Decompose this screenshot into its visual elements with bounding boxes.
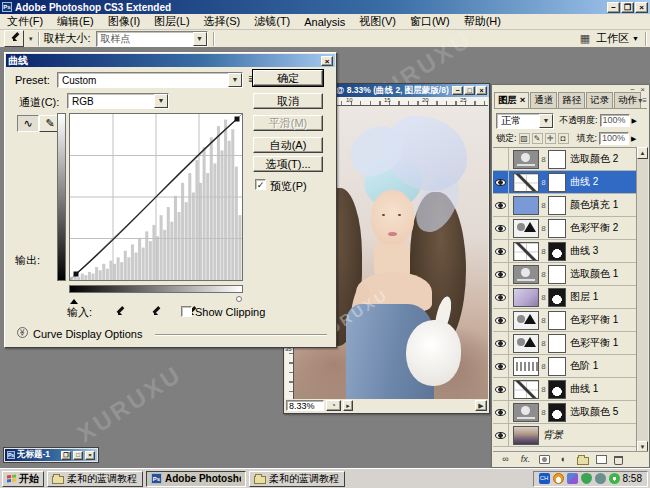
- layer-row[interactable]: 8 色彩平衡 1: [493, 309, 648, 332]
- visibility-toggle[interactable]: [493, 240, 509, 262]
- layer-row[interactable]: 8 图层 1: [493, 286, 648, 309]
- mask-thumbnail[interactable]: [548, 242, 566, 261]
- opacity-field[interactable]: 100%: [600, 114, 630, 127]
- visibility-toggle[interactable]: [493, 309, 509, 331]
- menu-item[interactable]: 文件(F): [0, 14, 50, 29]
- menu-item[interactable]: 帮助(H): [457, 14, 508, 29]
- lock-paint-icon[interactable]: ✎: [532, 133, 543, 144]
- visibility-toggle[interactable]: [493, 194, 509, 216]
- taskbar-item[interactable]: 柔和的蓝调教程: [47, 471, 143, 487]
- layer-row[interactable]: 8 选取颜色 2: [493, 148, 648, 171]
- panel-tab[interactable]: 图层 ×: [494, 92, 529, 108]
- taskbar-item[interactable]: 柔和的蓝调教程: [249, 471, 345, 487]
- layer-thumbnail[interactable]: [513, 173, 539, 192]
- menu-item[interactable]: 图层(L): [147, 14, 196, 29]
- restore-button[interactable]: ❐: [621, 2, 634, 13]
- zoom-field[interactable]: 8.33%: [286, 400, 324, 411]
- lock-all-icon[interactable]: ◘: [558, 133, 569, 144]
- visibility-toggle[interactable]: [493, 148, 509, 170]
- layer-thumbnail[interactable]: [513, 288, 539, 307]
- sample-size-select[interactable]: 取样点 ▼: [96, 31, 208, 47]
- start-button[interactable]: 开始: [2, 471, 44, 487]
- curve-point-tool-button[interactable]: ∿: [17, 115, 39, 132]
- visibility-toggle[interactable]: [493, 286, 509, 308]
- layer-thumbnail[interactable]: [513, 196, 539, 215]
- tray-utility-icon[interactable]: [595, 473, 606, 484]
- preview-checkbox[interactable]: ✓: [255, 179, 266, 190]
- panel-tab[interactable]: 路径: [558, 92, 585, 108]
- menu-item[interactable]: 图像(I): [101, 14, 147, 29]
- menu-item[interactable]: 滤镜(T): [247, 14, 297, 29]
- add-mask-icon[interactable]: [539, 455, 550, 464]
- visibility-toggle[interactable]: [493, 378, 509, 400]
- hscroll-right-button[interactable]: ▶: [475, 400, 487, 411]
- shield-icon[interactable]: [581, 473, 592, 484]
- cancel-button[interactable]: 取消: [253, 93, 323, 109]
- panel-tab[interactable]: 动作: [614, 92, 641, 108]
- blend-mode-select[interactable]: 正常 ▼: [496, 113, 554, 129]
- layer-row[interactable]: 8 颜色填充 1: [493, 194, 648, 217]
- layer-thumbnail[interactable]: [513, 242, 539, 261]
- doc-minimize-button[interactable]: −: [452, 86, 463, 95]
- language-indicator-icon[interactable]: CH: [539, 473, 550, 484]
- layer-thumbnail[interactable]: [513, 150, 539, 169]
- menu-item[interactable]: 视图(V): [352, 14, 403, 29]
- expander-icon[interactable]: ≫: [17, 327, 28, 338]
- eyedropper-tool-button[interactable]: [4, 30, 24, 47]
- mini-restore-button[interactable]: ❐: [61, 451, 71, 460]
- doc-maximize-button[interactable]: □: [464, 86, 475, 95]
- layer-row[interactable]: 8 选取颜色 1: [493, 263, 648, 286]
- menu-item[interactable]: 选择(S): [197, 14, 248, 29]
- panel-tab[interactable]: 通道: [530, 92, 557, 108]
- minimize-button[interactable]: −: [607, 2, 620, 13]
- minimized-document-window[interactable]: Ps 无标题-1 ❐ □ ×: [3, 447, 99, 463]
- scroll-up-icon[interactable]: ▲: [637, 147, 648, 159]
- opacity-arrow-icon[interactable]: ▶: [632, 117, 637, 125]
- new-layer-icon[interactable]: [596, 455, 607, 464]
- curve-display-options-label[interactable]: Curve Display Options: [33, 328, 142, 340]
- taskbar-item[interactable]: PsAdobe Photoshop CS3 E...: [146, 471, 246, 487]
- layer-thumbnail[interactable]: [513, 265, 539, 284]
- layer-row[interactable]: 8 曲线 3: [493, 240, 648, 263]
- mask-thumbnail[interactable]: [548, 265, 566, 284]
- tool-preset-arrow-icon[interactable]: ▾: [29, 35, 33, 43]
- curves-plot[interactable]: [69, 113, 243, 281]
- dropdown-arrow-icon[interactable]: ▼: [228, 73, 242, 87]
- layer-row[interactable]: 8 选取颜色 5: [493, 401, 648, 424]
- ok-button[interactable]: 确定: [253, 70, 323, 86]
- white-point-slider[interactable]: [236, 296, 242, 302]
- layer-thumbnail[interactable]: [513, 380, 539, 399]
- visibility-toggle[interactable]: [493, 332, 509, 354]
- qq-icon[interactable]: [553, 473, 564, 484]
- curves-dialog-title-bar[interactable]: 曲线 ×: [6, 54, 335, 67]
- visibility-toggle[interactable]: [493, 171, 509, 193]
- menu-item[interactable]: 窗口(W): [403, 14, 457, 29]
- dropdown-arrow-icon[interactable]: ▼: [193, 32, 207, 46]
- close-button[interactable]: ×: [635, 2, 648, 13]
- show-clipping-checkbox[interactable]: [181, 306, 192, 317]
- workspace-button[interactable]: 工作区▼: [596, 31, 639, 46]
- dropdown-arrow-icon[interactable]: ▼: [154, 94, 168, 108]
- panel-tab[interactable]: 记录: [586, 92, 613, 108]
- menu-item[interactable]: 编辑(E): [50, 14, 101, 29]
- fill-field[interactable]: 100%: [599, 132, 629, 145]
- channel-select[interactable]: RGB ▼: [67, 93, 169, 109]
- status-info-icon[interactable]: ◔: [326, 400, 341, 411]
- lock-move-icon[interactable]: ✛: [545, 133, 556, 144]
- layer-row[interactable]: 8 曲线 1: [493, 378, 648, 401]
- mask-thumbnail[interactable]: [548, 357, 566, 376]
- mask-thumbnail[interactable]: [548, 311, 566, 330]
- mini-close-button[interactable]: ×: [85, 451, 95, 460]
- dropdown-arrow-icon[interactable]: ▼: [539, 114, 553, 128]
- visibility-toggle[interactable]: [493, 424, 509, 446]
- visibility-toggle[interactable]: [493, 401, 509, 423]
- lock-transparency-icon[interactable]: ▨: [519, 133, 530, 144]
- visibility-toggle[interactable]: [493, 355, 509, 377]
- mask-thumbnail[interactable]: [548, 196, 566, 215]
- layer-thumbnail[interactable]: [513, 357, 539, 376]
- status-arrow-icon[interactable]: ▸: [343, 400, 353, 411]
- layer-style-icon[interactable]: fx.: [519, 454, 532, 465]
- layer-thumbnail[interactable]: [513, 219, 539, 238]
- new-group-icon[interactable]: [577, 457, 589, 465]
- mini-maximize-button[interactable]: □: [73, 451, 83, 460]
